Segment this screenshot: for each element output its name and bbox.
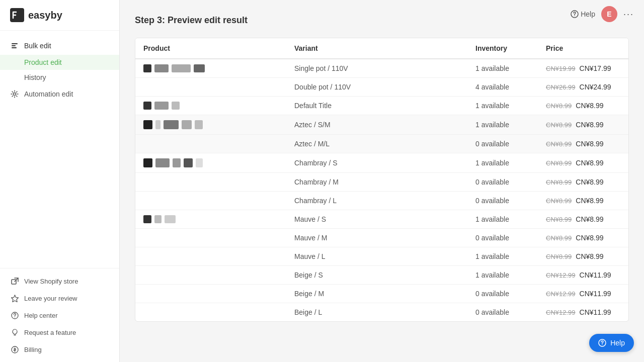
price-new: CN¥8.99 bbox=[576, 234, 603, 242]
history-label: History bbox=[24, 73, 46, 81]
price-cell: CN¥8.99 CN¥8.99 bbox=[538, 247, 628, 265]
inventory-cell: 0 available bbox=[467, 135, 538, 153]
sidebar-item-product-edit[interactable]: Product edit bbox=[0, 55, 119, 70]
table-row: Mauve / M 0 available CN¥8.99 CN¥8.99 bbox=[135, 229, 628, 247]
product-cell-p3 bbox=[135, 115, 286, 134]
price-old: CN¥8.99 bbox=[546, 159, 572, 167]
inventory-cell: 0 available bbox=[467, 173, 538, 191]
price-old: CN¥8.99 bbox=[546, 178, 572, 186]
sidebar-item-request-feature[interactable]: Request a feature bbox=[0, 324, 119, 341]
product-cell-p1-2 bbox=[135, 82, 286, 92]
inventory-cell: 0 available bbox=[467, 303, 538, 321]
price-new: CN¥11.99 bbox=[580, 271, 611, 279]
price-cell: CN¥19.99 CN¥17.99 bbox=[538, 59, 628, 77]
price-new: CN¥8.99 bbox=[576, 140, 603, 148]
svg-point-4 bbox=[14, 93, 16, 96]
price-new: CN¥24.99 bbox=[580, 83, 611, 91]
help-center-label: Help center bbox=[24, 312, 57, 319]
price-cell: CN¥8.99 CN¥8.99 bbox=[538, 229, 628, 247]
dollar-icon bbox=[10, 345, 19, 354]
header-right: Help E ··· bbox=[571, 6, 634, 22]
price-new: CN¥11.99 bbox=[580, 290, 611, 298]
table-row: Chambray / M 0 available CN¥8.99 CN¥8.99 bbox=[135, 173, 628, 192]
price-cell: CN¥8.99 CN¥8.99 bbox=[538, 116, 628, 134]
variant-cell: Chambray / M bbox=[286, 173, 467, 191]
billing-label: Billing bbox=[24, 346, 42, 353]
table-row: Aztec / M/L 0 available CN¥8.99 CN¥8.99 bbox=[135, 135, 628, 153]
inventory-cell: 1 available bbox=[467, 266, 538, 284]
product-cell-p5-2 bbox=[135, 233, 286, 243]
logo-text: easyby bbox=[28, 10, 62, 21]
price-cell: CN¥8.99 CN¥8.99 bbox=[538, 210, 628, 228]
sidebar-item-billing[interactable]: Billing bbox=[0, 341, 119, 358]
product-cell-p1 bbox=[135, 59, 286, 77]
product-cell-p4 bbox=[135, 153, 286, 172]
variant-cell: Beige / S bbox=[286, 266, 467, 284]
inventory-cell: 4 available bbox=[467, 78, 538, 96]
price-new: CN¥17.99 bbox=[580, 64, 611, 72]
sidebar-bottom: View Shopify store Leave your review Hel… bbox=[0, 268, 119, 362]
leave-review-label: Leave your review bbox=[24, 295, 77, 302]
svg-rect-2 bbox=[12, 45, 16, 46]
price-old: CN¥8.99 bbox=[546, 253, 572, 260]
help-fab-label: Help bbox=[610, 339, 625, 347]
price-new: CN¥8.99 bbox=[576, 197, 603, 205]
inventory-cell: 1 available bbox=[467, 247, 538, 265]
request-feature-label: Request a feature bbox=[24, 329, 76, 336]
product-cell-p6 bbox=[135, 270, 286, 280]
edit-icon bbox=[10, 41, 19, 50]
inventory-cell: 1 available bbox=[467, 97, 538, 115]
table-row: Beige / L 0 available CN¥12.99 CN¥11.99 bbox=[135, 303, 628, 321]
price-new: CN¥11.99 bbox=[580, 308, 611, 316]
user-avatar[interactable]: E bbox=[601, 6, 617, 22]
variant-cell: Aztec / S/M bbox=[286, 116, 467, 134]
svg-rect-3 bbox=[12, 47, 17, 48]
price-cell: CN¥8.99 CN¥8.99 bbox=[538, 135, 628, 153]
sidebar-item-help-center[interactable]: Help center bbox=[0, 307, 119, 324]
sidebar-item-view-shopify[interactable]: View Shopify store bbox=[0, 273, 119, 290]
price-cell: CN¥12.99 CN¥11.99 bbox=[538, 266, 628, 284]
header-help-link[interactable]: Help bbox=[571, 10, 595, 18]
sidebar-item-history[interactable]: History bbox=[0, 70, 119, 85]
col-header-price: Price bbox=[538, 38, 628, 58]
svg-rect-1 bbox=[12, 43, 18, 44]
price-cell: CN¥26.99 CN¥24.99 bbox=[538, 78, 628, 96]
inventory-cell: 0 available bbox=[467, 192, 538, 210]
table-row: Single pot / 110V 1 available CN¥19.99 C… bbox=[135, 59, 628, 78]
price-old: CN¥8.99 bbox=[546, 140, 572, 148]
price-new: CN¥8.99 bbox=[576, 159, 603, 167]
sidebar-item-automation-edit[interactable]: Automation edit bbox=[0, 85, 119, 103]
price-old: CN¥8.99 bbox=[546, 197, 572, 205]
variant-cell: Single pot / 110V bbox=[286, 59, 467, 77]
sidebar-item-leave-review[interactable]: Leave your review bbox=[0, 290, 119, 307]
variant-cell: Beige / M bbox=[286, 285, 467, 303]
variant-cell: Mauve / S bbox=[286, 210, 467, 228]
product-thumbnail-p5 bbox=[143, 215, 176, 223]
product-cell-p4-3 bbox=[135, 196, 286, 206]
variant-cell: Default Title bbox=[286, 97, 467, 115]
col-header-product: Product bbox=[135, 38, 286, 58]
svg-point-13 bbox=[574, 16, 575, 16]
table-row: Aztec / S/M 1 available CN¥8.99 CN¥8.99 bbox=[135, 115, 628, 135]
table-row: Beige / M 0 available CN¥12.99 CN¥11.99 bbox=[135, 285, 628, 303]
inventory-cell: 0 available bbox=[467, 285, 538, 303]
menu-dots[interactable]: ··· bbox=[623, 9, 634, 20]
table-header: Product Variant Inventory Price bbox=[135, 38, 628, 59]
price-cell: CN¥12.99 CN¥11.99 bbox=[538, 303, 628, 321]
nav-section: Bulk edit Product edit History Automatio… bbox=[0, 31, 119, 268]
bulk-edit-label: Bulk edit bbox=[24, 42, 51, 50]
product-cell-p6-3 bbox=[135, 307, 286, 317]
price-old: CN¥8.99 bbox=[546, 234, 572, 242]
variant-cell: Chambray / S bbox=[286, 154, 467, 172]
price-cell: CN¥8.99 CN¥8.99 bbox=[538, 192, 628, 210]
svg-marker-7 bbox=[11, 295, 18, 302]
help-fab[interactable]: Help bbox=[589, 334, 634, 352]
inventory-cell: 1 available bbox=[467, 210, 538, 228]
lightbulb-icon bbox=[10, 328, 19, 337]
price-new: CN¥8.99 bbox=[576, 121, 603, 129]
external-link-icon bbox=[10, 277, 19, 286]
variant-cell: Aztec / M/L bbox=[286, 135, 467, 153]
price-cell: CN¥8.99 CN¥8.99 bbox=[538, 97, 628, 115]
preview-table: Product Variant Inventory Price Single p… bbox=[135, 38, 629, 322]
sidebar-item-bulk-edit[interactable]: Bulk edit bbox=[0, 37, 119, 55]
